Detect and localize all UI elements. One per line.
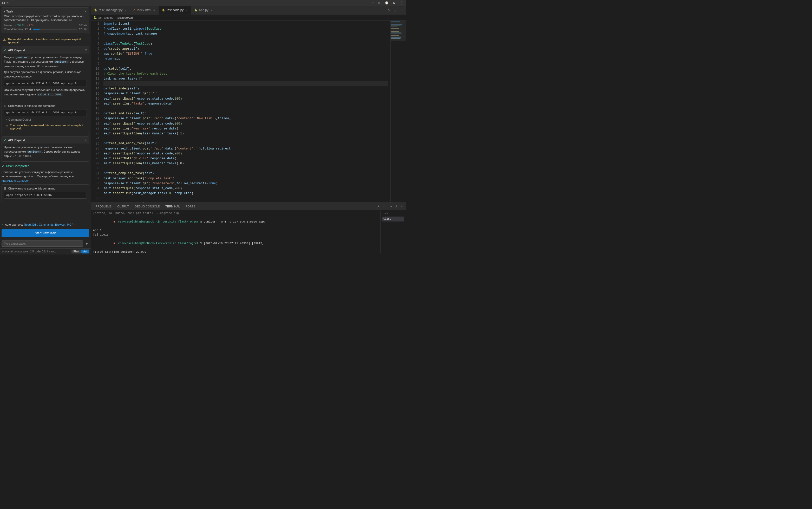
terminal-more-btn[interactable]: ⋯ [388,204,393,208]
cmd-output-header-1[interactable]: › Command Output [4,117,87,122]
context-value: 22.2k [25,28,31,31]
tokens-up: ↑ 359.8k [15,24,25,27]
line-numbers: 12345 678910 1112131415 1617181920 21222… [91,21,101,203]
start-new-task-button[interactable]: Start New Task [2,229,89,237]
terminal-split-btn[interactable]: ⌄ [382,204,387,208]
chat-messages[interactable]: ⚠ The model has determined this command … [0,35,91,221]
tab-close-2[interactable]: × [153,8,155,12]
tab-debug-console[interactable]: DEBUG CONSOLE [132,204,162,209]
code-line-6: def create_app(self): [103,46,388,52]
api-code-1: gunicorn -w 4 -b 127.0.0.1:5000 app:app … [4,80,87,87]
tab-problems[interactable]: PROBLEMS [93,204,114,209]
tab-close-4[interactable]: × [210,8,213,12]
shell-item-zsh[interactable]: zsh [382,211,404,216]
tab-py-icon-4: 🐍 [195,8,198,11]
breadcrumb-class: TestTodoApp [116,16,133,19]
task-header: ▾ Task × Cline, отрефакторируй класс Tas… [2,7,89,33]
tab-ports[interactable]: PORTS [183,204,198,209]
check-icon-2: ✓ [4,138,6,142]
run-button[interactable]: ▷ [387,7,391,12]
terminal-maximize-btn[interactable]: ∧ [394,204,399,208]
api-text-1c: Эта команда запустит приложение с 4 рабо… [4,88,87,97]
tab-task-manager[interactable]: 🐍 task_manager.py × [91,6,130,14]
code-line-35: self.assertTrue(task_manager.tasks[0].co… [103,191,388,196]
execute-text-2: Cline wants to execute this command: [8,187,56,190]
tokens-down: ↓ 4.1k [27,24,34,27]
code-line-14: def test_index(self): [103,86,388,91]
send-button[interactable]: ➤ [84,241,89,246]
term-line-2: .venvveseluhha@MacBook-Air-Veronika flas… [93,215,379,229]
tab-terminal[interactable]: TERMINAL [163,204,182,209]
code-line-17: self.assertIn(b'Tasks', response.data) [103,101,388,106]
task-close-btn[interactable]: × [85,10,87,13]
code-line-11: # Clear the tasks before each test [103,71,388,76]
new-terminal-btn[interactable]: + [377,204,381,208]
new-tab-btn[interactable]: + [371,1,375,5]
tab-app-py[interactable]: 🐍 app.py × [191,6,216,14]
code-line-10: def setUp(self): [103,67,388,71]
api-chevron-icon-1: ∨ [85,48,87,52]
terminal-close-btn[interactable]: × [400,204,404,208]
cmd-output-label-1: Command Output [8,118,31,121]
code-line-29: self.assertEqual(len(task_manager.tasks)… [103,161,388,166]
more-editor-btn[interactable]: ⋯ [398,7,404,12]
context-label: Context Window: [4,28,24,31]
auto-approve-chevron: › [74,223,75,226]
code-line-1: import unittest [103,22,388,27]
tab-close-3[interactable]: × [185,8,188,12]
context-row: Context Window: 22.2k 128.0k [4,28,87,31]
tab-label-3: test_todo.py [167,8,183,12]
act-button[interactable]: Act [81,249,89,253]
tab-html-icon: ◇ [133,8,135,11]
execute-block-2: ⊟ Cline wants to execute this command: o… [2,184,89,202]
message-input[interactable] [2,240,83,247]
context-bar [33,29,77,30]
terminal-sidebar: zsh Cline [381,211,404,253]
terminal-content[interactable]: [notice] To update, run: pip install --u… [91,210,406,254]
title-bar-left: CLINE [2,1,10,4]
api-chevron-icon-2: ∨ [85,139,87,142]
api-request-header-2[interactable]: ✓ API Request ∨ [2,137,89,143]
bottom-panel: PROBLEMS OUTPUT DEBUG CONSOLE TERMINAL P… [91,203,406,254]
task-chevron-icon[interactable]: ▾ [4,10,5,13]
history-btn[interactable]: ⌚ [384,1,390,5]
minimap [390,21,406,203]
code-line-22: self.assertIn(b'New Task', response.data… [103,126,388,131]
context-bar-fill [33,29,40,30]
auto-approve-row: ✓ Auto-approve: Read, Edit, Commands, Br… [0,221,91,228]
code-editor[interactable]: import unittest from flask_testing impor… [101,21,390,203]
context-max: 128.0k [79,28,87,31]
right-panel: 🐍 task_manager.py × ◇ index.html × 🐍 tes… [91,6,406,254]
code-line-3: from app import app, task_manager [103,31,388,36]
split-editor-btn[interactable]: ⊟ [392,7,397,12]
settings-btn[interactable]: ⚙ [392,1,397,5]
more-btn[interactable]: ⋮ [399,1,404,5]
term-line-7: [2025-02-10 22:07:21 +0300] [29915] [INF… [93,254,379,254]
code-line-12: task_manager.tasks = [] [103,76,388,81]
execute-label-1: ⊟ Cline wants to execute this command: [4,104,87,108]
execute-code-2: open http://127.0.0.1:5000/ [4,192,87,199]
shell-item-cline[interactable]: Cline [382,216,404,222]
plan-button[interactable]: Plan [71,249,81,253]
editor-content: 12345 678910 1112131415 1617181920 21222… [91,21,406,203]
tab-output[interactable]: OUTPUT [115,204,132,209]
token-size: 183 кб [79,24,87,27]
code-line-19: def test_add_task(self): [103,111,388,116]
warning-icon-1: ⚠ [3,38,6,42]
completion-link[interactable]: http://127.0.0.1:5000/ [2,179,29,182]
execute-icon-1: ⊟ [4,104,6,108]
tab-label-1: task_manager.py [99,8,122,12]
tab-close-1[interactable]: × [124,8,127,12]
layout-btn[interactable]: ⊞ [377,1,382,5]
auto-approve-items[interactable]: Read, Edit, Commands, Browser, MCP [24,223,73,226]
warning-message-1: ⚠ The model has determined this command … [2,36,89,45]
execute-code-1: gunicorn -w 4 -b 127.0.0.1:5000 app:app … [4,109,87,116]
tab-test-todo[interactable]: 🐍 test_todo.py × [159,6,191,14]
code-line-28: self.assertNotIn(b'<li>', response.data) [103,156,388,161]
warning-execute-text-1: The model has determined this command re… [10,124,85,130]
api-request-header-1[interactable]: ✓ API Request ∨ [2,47,89,54]
code-line-7: app.config['TESTING'] = True [103,52,388,57]
model-info-bar: ⊙ openai-compat:qwen-2.5-coder-32b-instr… [0,248,91,254]
api-label-1: API Request [8,48,25,52]
tab-index-html[interactable]: ◇ index.html × [130,6,159,14]
